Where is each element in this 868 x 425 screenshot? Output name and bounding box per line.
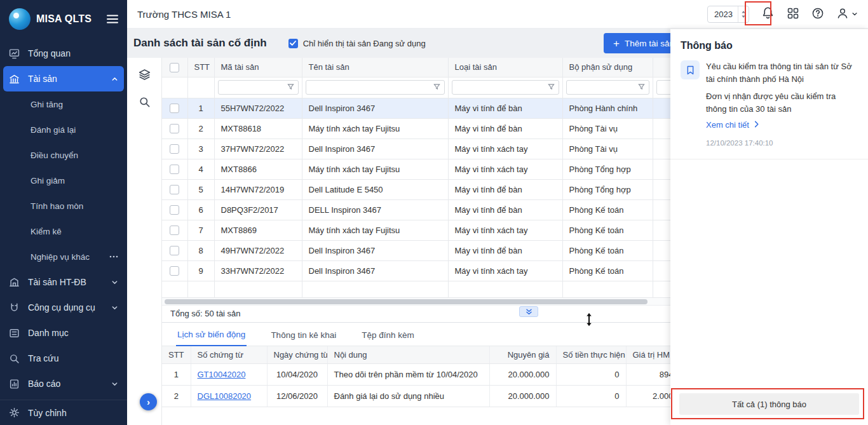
sidebar-item-tai-san-ht-db[interactable]: Tài sản HT-ĐB — [0, 269, 127, 295]
help-button[interactable] — [811, 7, 824, 22]
sidebar-item-danh-muc[interactable]: Danh mục — [0, 320, 127, 346]
all-notifications-button[interactable]: Tất cả (1) thông báo — [679, 393, 859, 415]
spinner-icon[interactable] — [738, 6, 749, 22]
row-checkbox[interactable] — [170, 144, 179, 154]
sidebar-subitem-danh-gia-lai[interactable]: Đánh giá lại — [0, 117, 127, 142]
row-checkbox[interactable] — [170, 226, 179, 235]
sidebar-item-tong-quan[interactable]: Tổng quan — [0, 41, 127, 66]
checkbox-checked-icon — [288, 39, 298, 48]
notification-item[interactable]: Yêu cầu kiểm tra thông tin tài sản từ Sở… — [670, 60, 868, 149]
cell-asset-code: MXT88618 — [214, 118, 302, 138]
sidebar-item-bao-cao[interactable]: Báo cáo — [0, 371, 127, 396]
view-detail-link[interactable]: Xem chi tiết — [706, 119, 759, 132]
sidebar-item-label: Tài sản — [28, 74, 57, 84]
column-header[interactable]: Tên tài sản — [302, 58, 448, 77]
column-header: Nội dung — [327, 346, 489, 364]
topbar: Trường THCS MISA 1 2023 — [127, 0, 868, 29]
cell-asset-type: Máy vi tính để bàn — [448, 199, 562, 220]
tab-lich-su-bien-dong[interactable]: Lịch sử biến động — [176, 330, 247, 346]
sidebar-item-cong-cu-dung-cu[interactable]: Công cụ dụng cụ — [0, 295, 127, 320]
document-link[interactable]: GT10042020 — [198, 370, 246, 379]
notification-body: Yêu cầu kiểm tra thông tin tài sản từ Sở… — [706, 60, 858, 149]
column-header: Nguyên giá — [489, 346, 556, 364]
funnel-icon[interactable] — [548, 83, 555, 92]
column-header[interactable]: Mã tài sản — [214, 58, 302, 77]
funnel-icon[interactable] — [638, 83, 645, 92]
cell-date: 12/06/2020 — [267, 386, 327, 407]
layers-icon[interactable] — [139, 69, 151, 81]
plus-icon: + — [613, 38, 620, 49]
hamburger-icon[interactable] — [107, 15, 118, 24]
apps-grid-icon — [787, 7, 799, 22]
sidebar-subitem-tinh-hao-mon[interactable]: Tính hao mòn — [0, 193, 127, 219]
user-icon — [836, 7, 849, 22]
tab-thong-tin-ke-khai[interactable]: Thông tin kê khai — [269, 330, 337, 346]
chevron-down-icon — [111, 304, 118, 311]
tools-icon — [9, 302, 20, 313]
sidebar-subitem-ghi-giam[interactable]: Ghi giảm — [0, 168, 127, 193]
cell-asset-name: Dell Inspiron 3467 — [302, 138, 448, 159]
tab-tep-dinh-kem[interactable]: Tệp đính kèm — [360, 330, 416, 346]
column-header: STT — [162, 346, 191, 364]
notifications-button[interactable] — [761, 6, 775, 22]
sidebar-item-tuy-chinh[interactable]: Tùy chỉnh — [0, 400, 127, 425]
cell-asset-name: Dell Inspiron 3467 — [302, 240, 448, 260]
row-checkbox[interactable] — [170, 124, 179, 133]
funnel-icon[interactable] — [433, 83, 440, 92]
cell-stt: 8 — [187, 240, 214, 260]
cell-asset-name: Dell Latitude E 5450 — [302, 179, 448, 199]
column-header: Số chứng từ — [191, 346, 267, 364]
document-link[interactable]: DGL10082020 — [198, 391, 252, 401]
account-button[interactable] — [836, 7, 858, 22]
search-icon[interactable] — [139, 96, 151, 108]
filter-input[interactable] — [566, 80, 649, 95]
cell-asset-name: Dell Inspiron 3467 — [302, 260, 448, 281]
filter-input[interactable] — [452, 80, 559, 95]
apps-button[interactable] — [787, 7, 799, 22]
cell-stt: 5 — [187, 179, 214, 199]
cell-cost: 20.000.000 — [489, 364, 556, 386]
column-header[interactable]: Bộ phận sử dụng — [562, 58, 653, 77]
column-header: Số tiền thực hiện — [556, 346, 626, 364]
column-header: Ngày chứng từ — [267, 346, 327, 364]
cell-department: Phòng Kế toán — [562, 240, 653, 260]
row-checkbox[interactable] — [170, 165, 179, 174]
row-checkbox[interactable] — [170, 185, 179, 194]
row-checkbox[interactable] — [170, 246, 179, 255]
sidebar-subitem-ghi-tang[interactable]: Ghi tăng — [0, 91, 127, 117]
help-icon — [811, 7, 824, 22]
sidebar-subitem-dieu-chuyen[interactable]: Điều chuyển — [0, 142, 127, 168]
page-title: Danh sách tài sản cố định — [133, 37, 267, 50]
row-checkbox[interactable] — [170, 205, 179, 215]
scrollbar-thumb[interactable] — [165, 299, 648, 304]
sidebar-nav: Tổng quan Tài sản Ghi tăng Đánh giá lại … — [0, 38, 127, 425]
notification-title: Thông báo — [670, 29, 868, 60]
assets-icon — [9, 74, 20, 84]
cell-asset-name: Máy tính xách tay Fujitsu — [302, 159, 448, 179]
column-header[interactable]: STT — [187, 58, 214, 77]
gear-icon — [9, 407, 20, 418]
column-header[interactable]: Loại tài sản — [448, 58, 562, 77]
funnel-icon[interactable] — [287, 83, 294, 92]
cell-department: Phòng Tài vụ — [562, 118, 653, 138]
cell-asset-type: Máy vi tính để bàn — [448, 118, 562, 138]
row-checkbox[interactable] — [170, 104, 179, 113]
sidebar-item-label: Tùy chỉnh — [28, 408, 67, 418]
cell-stt: 6 — [187, 199, 214, 220]
chevron-down-icon — [111, 381, 118, 388]
expand-panel-button[interactable]: › — [140, 393, 157, 410]
sidebar-subitem-nghiep-vu-khac[interactable]: Nghiệp vụ khác — [0, 244, 127, 269]
sidebar-item-tai-san[interactable]: Tài sản — [3, 66, 124, 91]
filter-input[interactable] — [306, 80, 445, 95]
year-select[interactable]: 2023 — [707, 6, 749, 23]
collapse-detail-button[interactable] — [519, 306, 538, 317]
cell-content: Đánh giá lại do sử dụng nhiều — [327, 386, 489, 407]
chevron-up-icon — [111, 76, 118, 83]
sidebar-subitem-kiem-ke[interactable]: Kiểm kê — [0, 219, 127, 244]
filter-input[interactable] — [218, 80, 299, 95]
cell-asset-code: 33H7WN72/2022 — [214, 260, 302, 281]
sidebar-item-tra-cuu[interactable]: Tra cứu — [0, 346, 127, 371]
row-checkbox[interactable] — [170, 266, 179, 276]
in-use-filter-checkbox[interactable]: Chỉ hiển thị tài sản Đang sử dụng — [288, 39, 426, 48]
select-all-checkbox[interactable] — [170, 63, 179, 72]
